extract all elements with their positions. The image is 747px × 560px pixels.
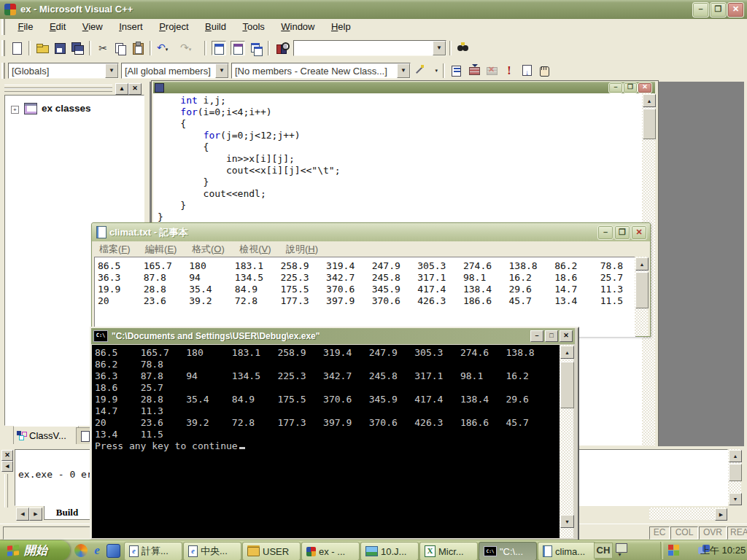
console-titlebar[interactable]: C:\ "C:\Documents and Settings\USER\Debu… bbox=[91, 328, 575, 344]
search-binoculars-icon[interactable] bbox=[457, 42, 470, 55]
taskbar-button-3[interactable]: USER bbox=[242, 542, 301, 560]
taskbar-button-2[interactable]: e 中央... bbox=[183, 542, 241, 560]
menubar-gripper[interactable] bbox=[1, 19, 5, 35]
workspace-toggle-icon[interactable] bbox=[212, 41, 226, 55]
notepad-menu-file[interactable]: 檔案(F) bbox=[93, 241, 136, 257]
editor-scroll-thumb[interactable] bbox=[643, 109, 656, 139]
console-scroll-down-icon[interactable]: ▼ bbox=[560, 515, 574, 528]
console-client[interactable]: 86.5 165.7 180 183.1 258.9 319.4 247.9 3… bbox=[92, 345, 560, 538]
tray-colored-squares-icon[interactable] bbox=[668, 545, 679, 556]
notepad-maximize-button[interactable] bbox=[614, 225, 630, 240]
output-vscrollbar[interactable]: ▲ ▼ bbox=[728, 449, 741, 503]
members-combobox[interactable]: [All global members]▼ bbox=[121, 63, 229, 79]
paste-icon[interactable] bbox=[131, 42, 144, 55]
output-gripper[interactable] bbox=[4, 474, 8, 508]
notepad-close-button[interactable] bbox=[631, 225, 647, 240]
menu-window[interactable]: Window bbox=[274, 19, 321, 34]
notepad-menu-format[interactable]: 格式(O) bbox=[186, 241, 231, 257]
menu-view[interactable]: View bbox=[76, 19, 109, 34]
redo-icon[interactable]: ↷▾ bbox=[180, 42, 199, 55]
editor-restore-button[interactable] bbox=[623, 82, 638, 93]
tab-build[interactable]: Build bbox=[44, 506, 90, 520]
taskbar-button-6[interactable]: X Micr... bbox=[419, 542, 478, 560]
members-dropdown-arrow[interactable]: ▼ bbox=[215, 63, 228, 78]
console-scroll-thumb[interactable] bbox=[560, 362, 574, 408]
taskbar-button-8[interactable]: clima... bbox=[538, 542, 596, 560]
breakpoint-hand-icon[interactable] bbox=[538, 64, 551, 77]
wizardbar-gripper[interactable] bbox=[1, 63, 5, 79]
menu-insert[interactable]: Insert bbox=[112, 19, 150, 34]
output-scroll-thumb[interactable] bbox=[729, 464, 742, 481]
output-tabs-scroll-right-icon[interactable]: ▶ bbox=[29, 508, 42, 521]
console-maximize-button[interactable]: □ bbox=[545, 330, 558, 342]
wizard-actions-icon[interactable]: ▾ bbox=[413, 64, 438, 77]
undo-icon[interactable]: ↶▾ bbox=[157, 42, 176, 55]
pane-gripper-line2[interactable] bbox=[4, 88, 112, 92]
execute-program-icon[interactable]: ! bbox=[503, 64, 516, 77]
console-close-button[interactable]: ✕ bbox=[560, 330, 573, 342]
output-tabs-scroll-left-icon[interactable]: ◀ bbox=[16, 508, 29, 521]
class-combobox[interactable]: [Globals]▼ bbox=[8, 63, 119, 79]
find-combobox[interactable]: ▼ bbox=[293, 40, 446, 56]
notepad-minimize-button[interactable] bbox=[597, 225, 614, 240]
tree-root-label[interactable]: ex classes bbox=[42, 103, 91, 114]
save-all-icon[interactable] bbox=[71, 42, 84, 55]
notepad-vscrollbar[interactable]: ▲ bbox=[635, 257, 648, 336]
close-button[interactable] bbox=[727, 2, 744, 18]
notepad-text-area[interactable]: 86.5 165.7 180 183.1 258.9 319.4 247.9 3… bbox=[94, 257, 636, 337]
pane-collapse-icon[interactable]: ▴ bbox=[115, 83, 128, 95]
class-dropdown-arrow[interactable]: ▼ bbox=[105, 63, 118, 78]
new-file-icon[interactable] bbox=[10, 42, 23, 55]
vc-titlebar[interactable]: ex - Microsoft Visual C++ bbox=[0, 0, 747, 19]
taskbar-button-1[interactable]: e 計算... bbox=[124, 542, 182, 560]
window-list-icon[interactable] bbox=[249, 42, 263, 55]
output-expand-icon[interactable]: ◂ bbox=[1, 461, 13, 472]
filter-combobox[interactable]: [No members - Create New Class...]▼ bbox=[231, 63, 411, 79]
minimize-button[interactable] bbox=[692, 2, 709, 18]
output-scroll-right-icon[interactable]: ▶ bbox=[715, 508, 727, 521]
console-scroll-up-icon[interactable]: ▲ bbox=[560, 346, 574, 359]
language-bar[interactable]: CH bbox=[594, 542, 613, 559]
menu-file[interactable]: File bbox=[11, 19, 39, 34]
quicklaunch-media-player-icon[interactable] bbox=[74, 544, 88, 557]
notepad-titlebar[interactable]: climat.txt - 記事本 bbox=[92, 223, 650, 241]
notepad-menu-help[interactable]: 說明(H) bbox=[280, 241, 324, 257]
taskbar-button-7[interactable]: C:\ "C:\... bbox=[479, 542, 537, 560]
menu-edit[interactable]: Edit bbox=[43, 19, 72, 34]
filter-dropdown-arrow[interactable]: ▼ bbox=[397, 63, 410, 78]
find-in-files-icon[interactable] bbox=[275, 42, 288, 55]
output-scroll-down-icon[interactable]: ▼ bbox=[729, 493, 742, 505]
tree-expand-icon[interactable]: + bbox=[11, 106, 19, 114]
editor-minimize-button[interactable] bbox=[608, 82, 623, 93]
menu-help[interactable]: Help bbox=[325, 19, 357, 34]
editor-scroll-up-icon[interactable]: ▲ bbox=[643, 94, 656, 107]
go-debug-icon[interactable]: ↓ bbox=[520, 64, 533, 77]
find-dropdown-arrow[interactable]: ▼ bbox=[433, 41, 446, 55]
notepad-scroll-thumb[interactable] bbox=[635, 272, 649, 308]
menu-project[interactable]: Project bbox=[152, 19, 195, 34]
console-minimize-button[interactable]: – bbox=[530, 330, 543, 342]
start-button[interactable]: 開始 bbox=[0, 540, 70, 560]
output-close-icon[interactable]: ✕ bbox=[1, 450, 13, 461]
compile-icon[interactable] bbox=[450, 64, 463, 77]
taskbar-button-5[interactable]: 10.J... bbox=[360, 542, 419, 560]
menu-build[interactable]: Build bbox=[198, 19, 233, 34]
cut-icon[interactable]: ✂ bbox=[96, 42, 109, 55]
restore-button[interactable] bbox=[710, 2, 727, 18]
notepad-menu-view[interactable]: 檢視(V) bbox=[233, 241, 276, 257]
toolbar-gripper[interactable] bbox=[1, 40, 5, 56]
tab-classview[interactable]: ClassV... bbox=[13, 426, 79, 444]
output-toggle-icon[interactable] bbox=[231, 41, 245, 55]
build-icon[interactable] bbox=[468, 64, 481, 77]
copy-icon[interactable] bbox=[114, 42, 127, 55]
taskbar-button-4[interactable]: ex - ... bbox=[301, 542, 360, 560]
editor-close-button[interactable] bbox=[638, 82, 652, 93]
quicklaunch-msn-icon[interactable] bbox=[107, 544, 120, 558]
notepad-menu-edit[interactable]: 編輯(E) bbox=[139, 241, 182, 257]
notepad-scroll-up-icon[interactable]: ▲ bbox=[635, 257, 649, 271]
quicklaunch-internet-explorer-icon[interactable]: e bbox=[90, 543, 104, 558]
pane-close-icon[interactable]: ✕ bbox=[128, 83, 142, 95]
console-vscrollbar[interactable]: ▲ ▼ bbox=[560, 345, 573, 538]
open-file-icon[interactable] bbox=[36, 42, 49, 55]
language-options-arrow-icon[interactable]: ▼ bbox=[617, 552, 622, 557]
